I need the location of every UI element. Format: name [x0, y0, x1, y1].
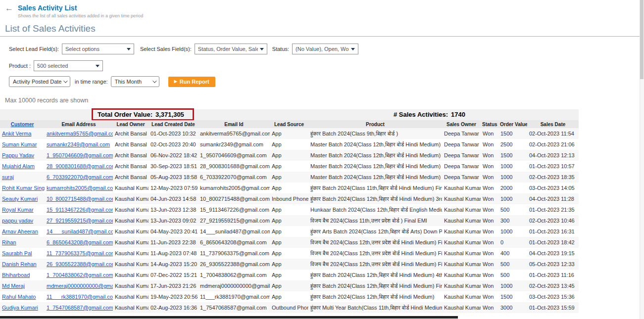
email-link[interactable]: 28_9008301688@gmail.com — [47, 163, 113, 169]
date-type-select[interactable]: Activity Posted Date — [9, 76, 70, 87]
customer-link[interactable]: Gudiya Kumari — [2, 305, 38, 311]
cell-product: विजय बैच 2024(Class 12th,उत्तर प्रदेश बो… — [308, 259, 442, 270]
status-dropdown[interactable]: (No Value), Open, Won, Lost — [292, 44, 358, 54]
vertical-scrollbar-track[interactable] — [640, 0, 644, 319]
cell-sales-date: 04-Oct-2023 12:13 — [527, 150, 579, 161]
cell-lead-owner: Archit Bansal — [113, 139, 149, 150]
table-header-row: CustomerEmail AddressLead OwnerLead Crea… — [0, 120, 579, 128]
customer-link[interactable]: Bhiharboad — [2, 272, 30, 278]
email-link[interactable]: 11___rk3881970@gmail.com — [47, 294, 113, 300]
customer-link[interactable]: Suman Kumar — [2, 141, 37, 147]
column-header-sales-owner[interactable]: Sales Owner — [442, 120, 481, 128]
column-header-email-address[interactable]: Email Address — [45, 120, 113, 128]
customer-link[interactable]: pappu yadav — [2, 218, 33, 224]
cell-lead-created-date: 11-Jun-2023 22:38 — [149, 237, 198, 248]
cell-lead-created-date: 06-Nov-2022 18:42 — [149, 150, 198, 161]
email-link[interactable]: 10_8002715488@gmail.com — [47, 196, 113, 202]
cell-order-value: 500 — [498, 259, 527, 270]
email-link[interactable]: 6_8650643208@gmail.com — [47, 239, 113, 245]
run-report-button[interactable]: ▶ Run Report — [168, 77, 215, 87]
sales-fields-dropdown[interactable]: Status, Order Value, Sales Date — [195, 44, 267, 54]
cell-lead-source: App — [270, 172, 308, 182]
customer-sort-link[interactable]: Customer — [11, 122, 34, 127]
cell-order-value: 1000 — [498, 280, 527, 291]
email-link[interactable]: 1_7004838062@gmail.com — [47, 272, 113, 278]
email-link[interactable]: sumankr2349@gmail.com — [47, 141, 110, 147]
email-link[interactable]: 1_9507046609@gmail.com — [47, 152, 113, 158]
column-header-lead-source[interactable]: Lead Source — [270, 120, 308, 128]
customer-link[interactable]: Rohit Kumar Singh — [2, 185, 45, 191]
cell-email-id: 1_7547068587@gmail.com — [198, 302, 270, 313]
cell-order-value: 1000 — [498, 161, 527, 172]
customer-link[interactable]: Pappu Yadav — [2, 152, 34, 158]
customer-link[interactable]: suraj — [2, 174, 14, 180]
email-link[interactable]: ankitverma95765@gmail.com — [47, 131, 113, 137]
email-link[interactable]: 1_7547068587@gmail.com — [47, 305, 113, 311]
column-header-sales-date[interactable]: Sales Date — [527, 120, 579, 128]
cell-lead-owner: Kaushal Kumar — [113, 280, 149, 291]
cell-sales-owner: Kaushal Kumar — [442, 291, 481, 302]
customer-link[interactable]: Ankit Verma — [2, 131, 31, 137]
cell-status: Won — [481, 280, 498, 291]
table-row: Rihan6_8650643208@gmail.comKaushal Kumar… — [0, 237, 579, 248]
cell-status: Won — [481, 248, 498, 259]
status-label: Status: — [272, 46, 289, 52]
cell-lead-created-date: 02-Oct-2023 20:40 — [149, 139, 198, 150]
cell-lead-owner: Kaushal Kumar — [113, 215, 149, 226]
cell-lead-created-date: 17-Jun-2023 21:26 — [149, 280, 198, 291]
column-header-lead-owner[interactable]: Lead Owner — [113, 120, 149, 128]
cell-email-address: 11___rk3881970@gmail.com — [45, 291, 113, 302]
cell-order-value: 0 — [498, 237, 527, 248]
column-header-order-value[interactable]: Order Value — [498, 120, 527, 128]
cell-email-address: 6_7033922070@gmail.com — [45, 172, 113, 182]
cell-sales-date: 02-Oct-2023 21:06 — [527, 139, 579, 150]
play-icon: ▶ — [174, 80, 177, 84]
chevron-down-icon — [260, 48, 264, 50]
cell-lead-created-date: 05-Aug-2023 18:58 — [149, 172, 198, 182]
time-range-value: This Month — [115, 79, 142, 85]
column-header-lead-created-date[interactable]: Lead Created Date — [149, 120, 198, 128]
customer-link[interactable]: Danish Rehan — [2, 261, 37, 267]
customer-link[interactable]: Rahul Mahato — [2, 294, 36, 300]
cell-product: हुंकार Batch 2024(Class 11th,बिहार बोर्ड… — [308, 182, 442, 193]
email-link[interactable]: 6_7033922070@gmail.com — [47, 174, 113, 180]
email-link[interactable]: 27_9219559215@gmail.com — [47, 218, 113, 224]
email-link[interactable]: 14___sunilad487@gmail.com — [47, 228, 113, 234]
cell-status: Won — [481, 270, 498, 280]
cell-sales-date: 04-Oct-2023 19:15 — [527, 248, 579, 259]
column-header-email-id[interactable]: Email Id — [198, 120, 270, 128]
column-header-customer[interactable]: Customer — [0, 120, 45, 128]
cell-order-value: 400 — [498, 248, 527, 259]
cell-sales-owner: Kaushal Kumar — [442, 193, 481, 204]
email-link[interactable]: mdmeraj0000000000@gmail.com — [47, 283, 113, 289]
email-link[interactable]: kumarrohits2005@gmail.com — [47, 185, 113, 191]
back-arrow-icon[interactable]: ← — [5, 4, 13, 18]
page-subtitle: Shows the list of all sales activities a… — [18, 13, 143, 18]
total-order-value: Total Order Value:3,371,305 — [98, 111, 184, 118]
column-header-status[interactable]: Status — [481, 120, 498, 128]
customer-link[interactable]: Seauty Kumari — [2, 196, 38, 202]
product-dropdown[interactable]: 500 selected — [34, 60, 103, 71]
cell-sales-owner: Kaushal Kumar — [442, 270, 481, 280]
cell-sales-owner: Kaushal Kumar — [442, 182, 481, 193]
cell-product: हुंकार Batch 2024(Class 12th,बिहार बोर्ड… — [308, 280, 442, 291]
sales-fields-label: Select Sales Field(s): — [140, 46, 192, 52]
customer-link[interactable]: Rihan — [2, 239, 16, 245]
email-link[interactable]: 11_7379063375@gmail.com — [47, 250, 113, 256]
cell-lead-created-date: 13-Jun-2023 09:02 — [149, 215, 198, 226]
cell-customer: Mujahid Alam — [0, 161, 45, 172]
customer-link[interactable]: Saurabh Pal — [2, 250, 32, 256]
cell-email-id: ankitverma95765@gmail.com — [198, 128, 270, 139]
customer-link[interactable]: Arnav Aheeran — [2, 228, 38, 234]
column-header-product[interactable]: Product — [308, 120, 442, 128]
customer-link[interactable]: Md Meraj — [2, 283, 25, 289]
email-link[interactable]: 15_9113467226@gmail.com — [47, 207, 113, 213]
email-link[interactable]: 26_9305522388@gmail.com — [47, 261, 113, 267]
vertical-scrollbar-thumb[interactable] — [640, 0, 644, 79]
customer-link[interactable]: Mujahid Alam — [2, 163, 35, 169]
customer-link[interactable]: Royal Kumar — [2, 207, 34, 213]
time-range-select[interactable]: This Month — [111, 76, 159, 87]
lead-fields-dropdown[interactable]: Select options — [62, 44, 134, 54]
cell-email-id: 15_9113467226@gmail.com — [198, 204, 270, 215]
table-row: Ankit Vermaankitverma95765@gmail.comArch… — [0, 128, 579, 139]
